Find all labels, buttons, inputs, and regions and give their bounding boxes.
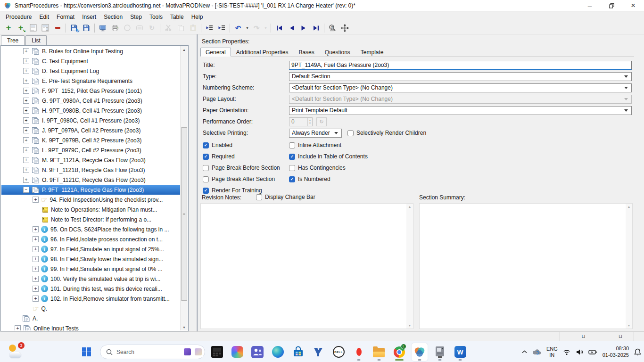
expand-plus-icon[interactable]: + xyxy=(15,325,21,330)
tab-bases[interactable]: Bases xyxy=(293,48,319,56)
taskbar-edge-icon[interactable] xyxy=(270,343,286,361)
selectively-render-children-checkbox[interactable] xyxy=(347,130,354,136)
cloud-sync-icon[interactable] xyxy=(532,349,541,355)
title-input[interactable] xyxy=(289,61,632,70)
expand-plus-icon[interactable]: + xyxy=(23,147,29,153)
view-detail-button[interactable] xyxy=(39,22,51,33)
scroll-down-icon[interactable]: ▼ xyxy=(181,324,188,330)
selective-printing-select[interactable]: Always Render xyxy=(289,129,342,138)
expand-plus-icon[interactable]: + xyxy=(23,157,29,163)
volume-icon[interactable] xyxy=(576,349,583,355)
expand-plus-icon[interactable]: + xyxy=(33,246,39,252)
scroll-down-icon[interactable]: ▼ xyxy=(627,324,631,327)
expand-plus-icon[interactable]: + xyxy=(23,167,29,173)
tab-additional-properties[interactable]: Additional Properties xyxy=(231,48,294,56)
search-highlight-icon[interactable] xyxy=(195,348,202,355)
tree-item[interactable]: +D. Test Equipment Log xyxy=(1,66,180,76)
tree-item[interactable]: +H. 9PT_0980B, Cell #1 Pressure (2oo3) xyxy=(1,106,180,115)
tree-item[interactable]: +i100. Verify the simulated value at tri… xyxy=(1,274,180,284)
nav-next-button[interactable] xyxy=(297,22,310,33)
revision-notes-textarea[interactable]: ▲▼ xyxy=(200,203,413,329)
tree-item[interactable]: +J. 9PT_0979A, Cell #2 Pressure (2oo3) xyxy=(1,125,180,135)
taskbar-chrome-icon[interactable]: L xyxy=(391,343,407,361)
tree-item[interactable]: +☞94. Field InspectionUsing the checklis… xyxy=(1,195,180,205)
tree-item[interactable]: ☞Q. xyxy=(1,304,180,313)
scroll-up-icon[interactable]: ▲ xyxy=(627,205,631,208)
restore-button[interactable] xyxy=(601,0,622,11)
tree-item[interactable]: A. xyxy=(1,313,180,323)
add-child-button[interactable]: +↘ xyxy=(15,22,27,33)
page-break-before-section-checkbox[interactable] xyxy=(203,165,209,171)
tree-item[interactable]: +i99. In Field,Simulate an input signal … xyxy=(1,264,180,274)
publish-button[interactable] xyxy=(97,22,109,33)
nav-last-button[interactable] xyxy=(310,22,322,33)
expand-plus-icon[interactable]: + xyxy=(23,137,29,143)
expand-plus-icon[interactable]: + xyxy=(33,296,39,302)
save-refresh-button[interactable]: ↻ xyxy=(68,22,80,33)
tab-list[interactable]: List xyxy=(25,35,47,45)
tree-item[interactable]: +i101. During this test, was this device… xyxy=(1,284,180,294)
tree-item[interactable]: Note to Test Director: If performing a o… xyxy=(1,214,180,224)
tab-template[interactable]: Template xyxy=(355,48,389,56)
tray-chevron-up-icon[interactable] xyxy=(522,350,527,354)
taskbar-app-blue-icon[interactable] xyxy=(310,343,326,361)
required-checkbox[interactable]: ✓ xyxy=(203,154,209,160)
expand-plus-icon[interactable]: + xyxy=(23,127,29,133)
tree-item[interactable]: +F. 9PT_1152, Pilot Gas Pressure (1oo1) xyxy=(1,86,180,96)
print-button[interactable] xyxy=(109,22,121,33)
preview-user-button[interactable]: @ xyxy=(326,22,339,33)
tab-questions[interactable]: Questions xyxy=(320,48,355,56)
expand-plus-icon[interactable]: + xyxy=(23,48,29,54)
revision-notes-scrollbar[interactable]: ▲▼ xyxy=(406,204,413,329)
tree-item[interactable]: +N. 9FT_1121B, Recycle Gas Flow (2oo3) xyxy=(1,165,180,175)
view-outline-button[interactable] xyxy=(27,22,39,33)
expand-minus-icon[interactable]: − xyxy=(23,187,29,193)
render-for-training-checkbox[interactable]: ✓ xyxy=(203,188,209,194)
scroll-up-icon[interactable]: ▲ xyxy=(408,205,412,208)
tab-tree[interactable]: Tree xyxy=(1,35,25,45)
menu-step[interactable]: Step xyxy=(126,13,146,21)
taskbar-copilot-icon[interactable] xyxy=(229,343,245,361)
display-change-bar-checkbox[interactable] xyxy=(256,194,262,200)
tree-item[interactable]: +C. Test Equipment xyxy=(1,56,180,66)
undo-button[interactable]: ↶ xyxy=(232,22,244,33)
taskbar-file-explorer-icon[interactable] xyxy=(371,343,387,361)
tree-item[interactable]: +i97. In Field,Simulate an input signal … xyxy=(1,244,180,254)
undo-caret-button[interactable]: ▾ xyxy=(244,22,250,33)
expand-plus-icon[interactable]: + xyxy=(23,58,29,64)
save-button[interactable] xyxy=(80,22,92,33)
menu-format[interactable]: Format xyxy=(53,13,78,21)
menu-tools[interactable]: Tools xyxy=(146,13,166,21)
expand-plus-icon[interactable]: + xyxy=(23,117,29,123)
minimize-button[interactable]: – xyxy=(579,0,601,11)
clock[interactable]: 08:30 01-03-2025 xyxy=(603,346,629,359)
wifi-icon[interactable] xyxy=(563,349,570,355)
outdent-button[interactable] xyxy=(203,22,215,33)
taskbar-app-dark-grid-icon[interactable] xyxy=(209,343,225,361)
has-contingencies-checkbox[interactable] xyxy=(289,165,295,171)
scrollbar-thumb[interactable]: ≡ xyxy=(181,127,187,301)
section-summary-scrollbar[interactable]: ▲▼ xyxy=(626,204,632,329)
weather-widget-icon[interactable]: 3 xyxy=(8,344,24,360)
expand-plus-icon[interactable]: + xyxy=(33,256,39,262)
expand-plus-icon[interactable]: + xyxy=(33,286,39,292)
close-button[interactable]: × xyxy=(622,0,644,11)
tree-item[interactable]: +i95. On DCS, S624Place the following ta… xyxy=(1,224,180,234)
delete-button[interactable] xyxy=(51,22,64,33)
tree-item[interactable]: +M. 9FT_1121A, Recycle Gas Flow (2oo3) xyxy=(1,155,180,165)
expand-plus-icon[interactable]: + xyxy=(33,276,39,282)
start-button[interactable] xyxy=(82,347,91,356)
expand-plus-icon[interactable]: + xyxy=(33,266,39,272)
scroll-down-icon[interactable]: ▼ xyxy=(408,324,412,327)
type-select[interactable]: Default Section xyxy=(289,72,632,81)
expand-plus-icon[interactable]: + xyxy=(33,197,39,203)
tree-item[interactable]: +i102. In Field,Remove simulator from tr… xyxy=(1,294,180,304)
expand-plus-icon[interactable]: + xyxy=(23,68,29,74)
taskbar-dell-icon[interactable]: DELL xyxy=(330,343,347,361)
expand-plus-icon[interactable]: + xyxy=(33,226,39,232)
menu-section[interactable]: Section xyxy=(100,13,126,21)
menu-help[interactable]: Help xyxy=(188,13,207,21)
expand-plus-icon[interactable]: + xyxy=(23,107,29,114)
taskbar-search[interactable]: Search xyxy=(100,345,205,359)
taskbar-word-icon[interactable]: W xyxy=(452,343,468,361)
